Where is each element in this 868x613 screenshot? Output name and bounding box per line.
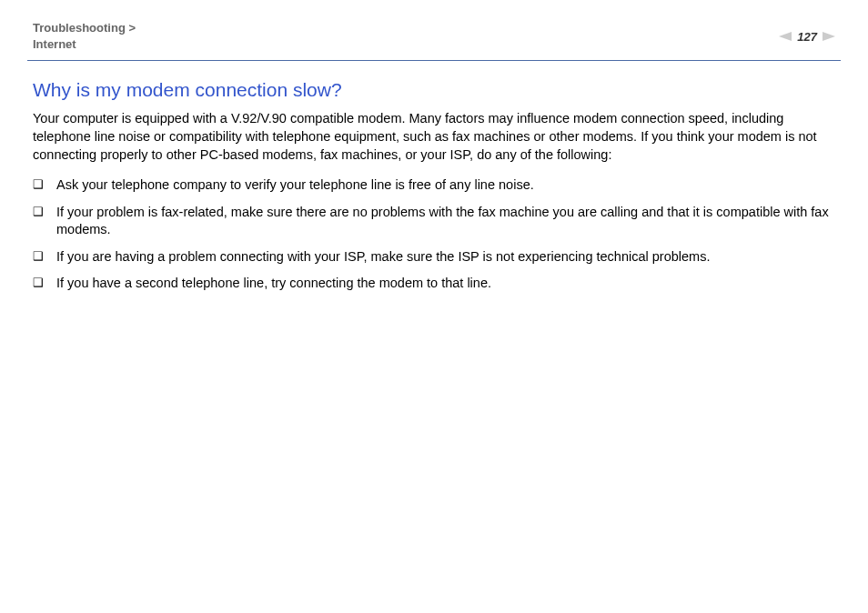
troubleshooting-list: ❑ Ask your telephone company to verify y… [33, 176, 835, 293]
list-item-text: Ask your telephone company to verify you… [56, 176, 835, 195]
prev-page-icon[interactable] [779, 29, 792, 44]
bullet-icon: ❑ [33, 204, 44, 220]
breadcrumb-subsection: Internet [33, 37, 76, 51]
page-number: 127 [795, 30, 819, 44]
list-item: ❑ If you are having a problem connecting… [33, 248, 835, 266]
svg-marker-1 [823, 32, 835, 41]
bullet-icon: ❑ [33, 176, 44, 193]
bullet-icon: ❑ [33, 275, 44, 291]
list-item-text: If you are having a problem connecting w… [56, 248, 835, 266]
main-content: Why is my modem connection slow? Your co… [0, 61, 868, 293]
page-navigation: 127 [779, 29, 835, 44]
list-item-text: If your problem is fax-related, make sur… [56, 204, 835, 239]
page-title: Why is my modem connection slow? [33, 79, 835, 101]
list-item: ❑ Ask your telephone company to verify y… [33, 176, 835, 195]
list-item-text: If you have a second telephone line, try… [56, 275, 835, 293]
svg-marker-0 [779, 32, 792, 41]
breadcrumb: Troubleshooting > Internet [33, 20, 136, 53]
page-header: Troubleshooting > Internet 127 [0, 0, 868, 60]
breadcrumb-separator: > [128, 21, 136, 35]
list-item: ❑ If your problem is fax-related, make s… [33, 204, 835, 239]
next-page-icon[interactable] [823, 29, 835, 44]
bullet-icon: ❑ [33, 248, 44, 265]
intro-paragraph: Your computer is equipped with a V.92/V.… [33, 110, 835, 164]
breadcrumb-section: Troubleshooting [33, 21, 126, 35]
list-item: ❑ If you have a second telephone line, t… [33, 275, 835, 293]
